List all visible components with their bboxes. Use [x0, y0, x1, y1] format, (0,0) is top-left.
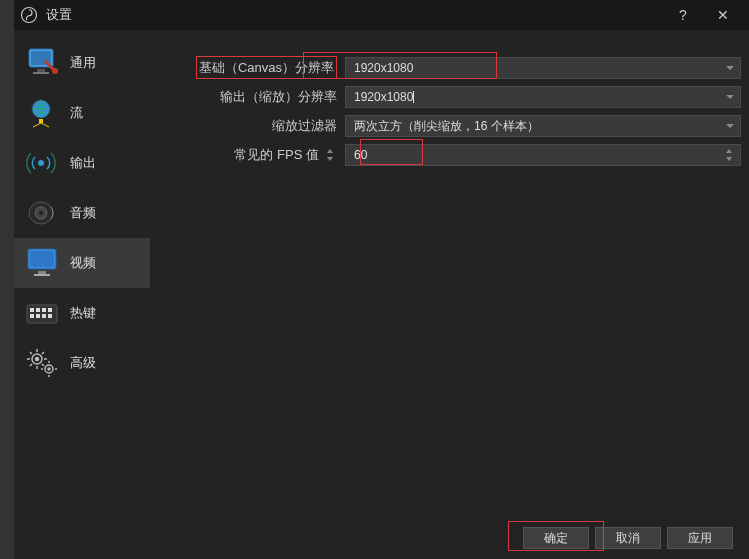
svg-rect-17	[30, 308, 34, 312]
sidebar-item-output[interactable]: 输出	[14, 138, 150, 188]
svg-point-26	[36, 358, 39, 361]
sidebar-item-stream[interactable]: 流	[14, 88, 150, 138]
chevron-down-icon	[726, 124, 734, 128]
svg-rect-4	[33, 72, 49, 74]
chevron-up-icon	[327, 149, 333, 153]
output-resolution-label: 输出（缩放）分辨率	[150, 88, 345, 106]
fps-label: 常见的 FPS 值	[234, 146, 319, 164]
fps-value: 60	[354, 148, 367, 162]
cancel-button[interactable]: 取消	[595, 527, 661, 549]
svg-rect-20	[48, 308, 52, 312]
base-resolution-value: 1920x1080	[354, 61, 413, 75]
svg-rect-24	[48, 314, 52, 318]
chevron-down-icon	[327, 157, 333, 161]
scale-filter-label: 缩放过滤器	[150, 117, 345, 135]
svg-rect-7	[39, 119, 43, 123]
svg-rect-13	[30, 251, 54, 267]
fps-combo[interactable]: 60	[345, 144, 741, 166]
scale-filter-combo[interactable]: 两次立方（削尖缩放，16 个样本）	[345, 115, 741, 137]
svg-point-8	[38, 160, 44, 166]
svg-point-28	[48, 368, 50, 370]
broadcast-signal-icon	[24, 146, 64, 180]
svg-rect-3	[37, 69, 45, 72]
keyboard-icon	[24, 296, 64, 330]
chevron-down-icon	[726, 157, 732, 161]
scale-filter-value: 两次立方（削尖缩放，16 个样本）	[354, 118, 539, 135]
svg-point-5	[52, 68, 58, 74]
sidebar-item-audio[interactable]: 音频	[14, 188, 150, 238]
sidebar: 通用 流 输出 音频	[14, 30, 150, 517]
row-output-resolution: 输出（缩放）分辨率 1920x1080	[150, 83, 741, 111]
window-title: 设置	[46, 6, 663, 24]
svg-rect-15	[34, 274, 50, 276]
sidebar-item-label: 流	[70, 104, 83, 122]
close-button[interactable]: ✕	[703, 7, 743, 23]
row-fps: 常见的 FPS 值 60	[150, 141, 741, 169]
svg-rect-21	[30, 314, 34, 318]
apply-button[interactable]: 应用	[667, 527, 733, 549]
base-resolution-combo[interactable]: 1920x1080	[345, 57, 741, 79]
sidebar-item-label: 音频	[70, 204, 96, 222]
help-button[interactable]: ?	[663, 7, 703, 23]
chevron-down-icon	[726, 66, 734, 70]
chevron-up-icon	[726, 149, 732, 153]
row-base-resolution: 基础（Canvas）分辨率 1920x1080	[150, 54, 741, 82]
settings-window: 设置 ? ✕ 通用 流 输出	[14, 0, 749, 559]
window-body: 通用 流 输出 音频	[14, 30, 749, 517]
sidebar-item-label: 高级	[70, 354, 96, 372]
output-resolution-combo[interactable]: 1920x1080	[345, 86, 741, 108]
main-panel: 基础（Canvas）分辨率 1920x1080 输出（缩放）分辨率 1920x1…	[150, 30, 749, 517]
sidebar-item-hotkeys[interactable]: 热键	[14, 288, 150, 338]
obs-app-icon	[20, 6, 38, 24]
monitor-wrench-icon	[24, 46, 64, 80]
svg-rect-23	[42, 314, 46, 318]
sidebar-item-label: 输出	[70, 154, 96, 172]
svg-rect-14	[38, 271, 46, 274]
monitor-icon	[24, 246, 64, 280]
fps-value-spinner[interactable]	[722, 144, 736, 166]
sidebar-item-video[interactable]: 视频	[14, 238, 150, 288]
ok-button[interactable]: 确定	[523, 527, 589, 549]
chevron-down-icon	[726, 95, 734, 99]
svg-point-11	[39, 211, 43, 215]
svg-rect-18	[36, 308, 40, 312]
desktop-left-edge	[0, 0, 14, 559]
svg-rect-19	[42, 308, 46, 312]
fps-type-spinner[interactable]	[323, 144, 337, 166]
output-resolution-value: 1920x1080	[354, 90, 413, 104]
speaker-icon	[24, 196, 64, 230]
sidebar-item-label: 热键	[70, 304, 96, 322]
gears-icon	[24, 346, 64, 380]
footer: 确定 取消 应用	[14, 517, 749, 559]
globe-network-icon	[24, 96, 64, 130]
row-scale-filter: 缩放过滤器 两次立方（削尖缩放，16 个样本）	[150, 112, 741, 140]
sidebar-item-general[interactable]: 通用	[14, 38, 150, 88]
sidebar-item-label: 视频	[70, 254, 96, 272]
base-resolution-label: 基础（Canvas）分辨率	[196, 56, 337, 79]
titlebar: 设置 ? ✕	[14, 0, 749, 30]
sidebar-item-advanced[interactable]: 高级	[14, 338, 150, 388]
text-caret	[413, 91, 414, 103]
sidebar-item-label: 通用	[70, 54, 96, 72]
svg-rect-22	[36, 314, 40, 318]
